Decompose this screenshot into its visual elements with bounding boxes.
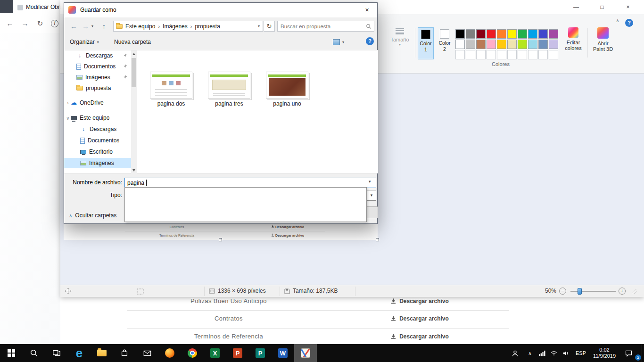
tray-chevron-up-icon[interactable]: ∧ bbox=[524, 344, 536, 362]
browser-back-icon[interactable]: ← bbox=[4, 17, 16, 30]
breadcrumb-segment[interactable]: Este equipo bbox=[125, 23, 155, 30]
hide-folders-button[interactable]: ∧ Ocultar carpetas bbox=[69, 211, 116, 220]
dialog-help-button[interactable]: ? bbox=[366, 37, 374, 45]
palette-swatch[interactable] bbox=[507, 29, 517, 39]
new-folder-button[interactable]: Nueva carpeta bbox=[114, 37, 151, 47]
palette-empty-well[interactable] bbox=[528, 50, 537, 59]
file-label[interactable]: pagina tres bbox=[201, 100, 257, 107]
palette-empty-well[interactable] bbox=[466, 50, 475, 59]
nav-history-caret[interactable]: ▾ bbox=[91, 24, 93, 28]
edit-colors-button[interactable]: Editar colores bbox=[562, 26, 585, 51]
taskbar-chrome-button[interactable] bbox=[181, 344, 204, 362]
palette-empty-well[interactable] bbox=[538, 50, 548, 59]
palette-swatch[interactable] bbox=[497, 29, 506, 39]
download-link[interactable]: Descargar archivo bbox=[330, 310, 509, 328]
breadcrumb[interactable]: Este equipo › Imágenes › propuesta ▾ bbox=[113, 21, 263, 32]
color2-button[interactable]: Color 2 bbox=[437, 27, 453, 59]
sidebar-item-documentos-2[interactable]: Documentos bbox=[64, 135, 131, 146]
palette-swatch[interactable] bbox=[528, 40, 537, 49]
palette-swatch[interactable] bbox=[549, 40, 558, 49]
palette-empty-well[interactable] bbox=[518, 50, 527, 59]
sidebar-item-onedrive[interactable]: › ☁ OneDrive bbox=[64, 98, 131, 108]
tray-volume-button[interactable] bbox=[560, 344, 572, 362]
filename-input[interactable] bbox=[124, 178, 376, 188]
palette-swatch[interactable] bbox=[518, 40, 527, 49]
views-button[interactable]: ▾ bbox=[333, 37, 344, 47]
scroll-up-icon[interactable] bbox=[132, 53, 135, 55]
browser-reload-icon[interactable]: ↻ bbox=[34, 17, 46, 30]
dialog-close-button[interactable]: × bbox=[356, 3, 378, 17]
show-desktop-button[interactable] bbox=[642, 344, 644, 362]
nav-up-button[interactable]: ↑ bbox=[98, 20, 110, 32]
zoom-out-button[interactable]: − bbox=[559, 288, 566, 295]
nav-forward-button[interactable]: → bbox=[80, 20, 91, 32]
palette-swatch[interactable] bbox=[538, 29, 548, 39]
canvas-resize-handle-bottom[interactable] bbox=[219, 238, 222, 241]
zoom-slider-thumb[interactable] bbox=[578, 288, 582, 295]
palette-empty-well[interactable] bbox=[476, 50, 486, 59]
scroll-down-icon[interactable] bbox=[132, 169, 135, 172]
palette-empty-well[interactable] bbox=[487, 50, 496, 59]
taskbar-explorer-button[interactable] bbox=[91, 344, 113, 362]
taskbar-firefox-button[interactable] bbox=[158, 344, 181, 362]
palette-empty-well[interactable] bbox=[549, 50, 558, 59]
taskbar-paint-button[interactable] bbox=[294, 344, 317, 362]
chevron-down-icon[interactable]: ∨ bbox=[65, 115, 71, 121]
file-label[interactable]: pagina dos bbox=[143, 100, 199, 107]
collapse-ribbon-icon[interactable]: ∧ bbox=[613, 18, 622, 27]
chevron-right-icon[interactable]: › bbox=[65, 100, 71, 106]
palette-swatch[interactable] bbox=[466, 29, 475, 39]
action-center-button[interactable] bbox=[621, 344, 636, 362]
palette-swatch[interactable] bbox=[455, 29, 465, 39]
nav-back-button[interactable]: ← bbox=[68, 20, 80, 32]
sidebar-item-descargas[interactable]: ↓ Descargas bbox=[64, 50, 131, 61]
browser-corner-icon[interactable] bbox=[0, 0, 13, 13]
sidebar-item-este-equipo[interactable]: ∨ Este equipo bbox=[64, 113, 131, 123]
scrollbar-thumb[interactable] bbox=[132, 58, 136, 87]
color1-button[interactable]: Color 1 bbox=[418, 27, 434, 59]
sidebar-item-descargas-2[interactable]: ↓ Descargas bbox=[64, 124, 131, 134]
help-icon[interactable]: ? bbox=[625, 19, 633, 27]
breadcrumb-segment[interactable]: Imágenes bbox=[163, 23, 188, 30]
palette-swatch[interactable] bbox=[487, 29, 496, 39]
breadcrumb-segment[interactable]: propuesta bbox=[195, 23, 220, 30]
taskbar-powerpoint-button[interactable]: P bbox=[226, 344, 249, 362]
canvas-resize-handle-corner[interactable] bbox=[376, 238, 379, 241]
tray-clock[interactable]: 0:02 11/9/2019 bbox=[589, 344, 619, 362]
download-link[interactable]: Descargar archivo bbox=[330, 297, 509, 310]
search-input[interactable] bbox=[278, 21, 374, 31]
palette-swatch[interactable] bbox=[549, 29, 558, 39]
dialog-titlebar[interactable]: Guardar como × bbox=[64, 3, 377, 17]
palette-swatch[interactable] bbox=[518, 29, 527, 39]
tray-wifi-button[interactable] bbox=[548, 344, 560, 362]
palette-swatch[interactable] bbox=[497, 40, 506, 49]
palette-swatch[interactable] bbox=[538, 40, 548, 49]
refresh-button[interactable]: ↻ bbox=[264, 21, 275, 32]
taskbar-publisher-button[interactable]: P bbox=[249, 344, 272, 362]
palette-swatch[interactable] bbox=[455, 40, 465, 49]
file-pagina-uno[interactable] bbox=[266, 72, 308, 99]
palette-swatch[interactable] bbox=[466, 40, 475, 49]
sidebar-item-propuesta[interactable]: propuesta bbox=[64, 83, 131, 93]
palette-swatch[interactable] bbox=[476, 40, 486, 49]
file-pagina-tres[interactable] bbox=[208, 72, 250, 99]
file-label[interactable]: pagina uno bbox=[259, 100, 315, 107]
taskbar-search-button[interactable] bbox=[23, 344, 45, 362]
palette-swatch[interactable] bbox=[476, 29, 486, 39]
taskbar-word-button[interactable]: W bbox=[272, 344, 294, 362]
sidebar-item-imagenes[interactable]: Imágenes bbox=[64, 72, 131, 82]
tray-network-button[interactable] bbox=[536, 344, 548, 362]
sidebar-item-escritorio[interactable]: Escritorio bbox=[64, 147, 131, 157]
close-button[interactable]: × bbox=[617, 0, 639, 14]
palette-empty-well[interactable] bbox=[455, 50, 465, 59]
file-pagina-dos[interactable] bbox=[150, 72, 192, 99]
filetype-dropdown-icon[interactable]: ▾ bbox=[367, 190, 376, 201]
browser-tab-title[interactable]: Modificar Obra/ bbox=[26, 4, 65, 10]
sidebar-item-imagenes-2[interactable]: Imágenes bbox=[64, 158, 131, 168]
resize-grip-icon[interactable] bbox=[631, 288, 637, 295]
browser-info-icon[interactable]: i bbox=[51, 20, 58, 27]
palette-swatch[interactable] bbox=[528, 29, 537, 39]
maximize-button[interactable]: □ bbox=[591, 0, 613, 14]
open-paint3d-button[interactable]: Abrir Paint 3D bbox=[590, 26, 616, 52]
breadcrumb-dropdown-icon[interactable]: ▾ bbox=[258, 24, 260, 28]
